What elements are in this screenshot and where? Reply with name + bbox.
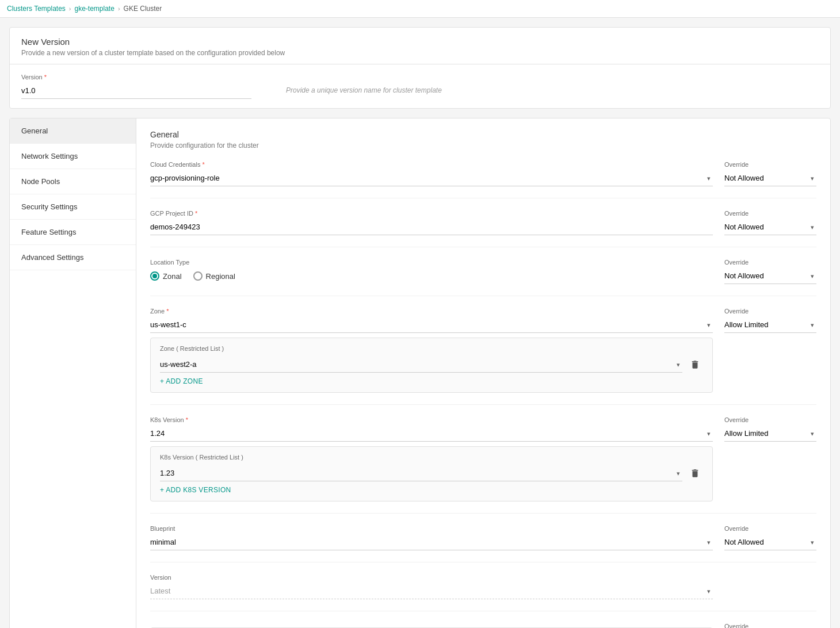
zone-add-link[interactable]: + ADD ZONE: [160, 377, 703, 385]
breadcrumb-current: GKE Cluster: [124, 5, 162, 13]
blueprint-override-wrapper[interactable]: Not Allowed Allow Limited Allow All: [724, 534, 816, 550]
bp-version-select[interactable]: Latest: [150, 583, 713, 599]
cloud-credentials-override-select[interactable]: Not Allowed Allow Limited Allow All: [724, 170, 816, 186]
main-layout: General Network Settings Node Pools Secu…: [9, 118, 831, 628]
zone-delete-button[interactable]: [687, 357, 703, 373]
zone-restricted-label: Zone ( Restricted List ): [160, 345, 703, 352]
gcp-project-id-label: GCP Project ID *: [150, 210, 713, 217]
sidebar-item-general[interactable]: General: [10, 118, 136, 144]
radio-regional-circle: [193, 271, 203, 281]
new-version-card: New Version Provide a new version of a c…: [9, 27, 831, 109]
k8s-restricted-select-wrapper[interactable]: 1.23: [160, 465, 682, 481]
page-title: New Version: [21, 37, 819, 47]
version-field-label: Version *: [21, 74, 251, 81]
k8s-version-override-wrapper[interactable]: Not Allowed Allow Limited Allow All: [724, 426, 816, 442]
sidebar-item-advanced-settings[interactable]: Advanced Settings: [10, 245, 136, 270]
location-type-override-label: Override: [724, 259, 816, 266]
breadcrumb: Clusters Templates › gke-template › GKE …: [0, 0, 840, 18]
cloud-credentials-select-wrapper[interactable]: gcp-provisioning-role: [150, 170, 713, 186]
general-content: General Provide configuration for the cl…: [136, 118, 830, 628]
blueprint-override-select[interactable]: Not Allowed Allow Limited Allow All: [724, 534, 816, 550]
radio-zonal-label: Zonal: [163, 272, 182, 281]
k8s-restricted-row: 1.23: [160, 465, 703, 481]
section-subtitle: Provide configuration for the cluster: [150, 141, 816, 150]
breadcrumb-gke-template[interactable]: gke-template: [75, 5, 114, 13]
new-version-header: New Version Provide a new version of a c…: [10, 28, 830, 64]
location-type-label: Location Type: [150, 259, 713, 266]
zone-label: Zone *: [150, 308, 713, 315]
blueprint-select[interactable]: minimal: [150, 534, 713, 550]
locations-override-label: Override: [724, 623, 816, 628]
sidebar-item-network-settings[interactable]: Network Settings: [10, 144, 136, 169]
breadcrumb-clusters-templates[interactable]: Clusters Templates: [7, 5, 66, 13]
breadcrumb-sep-2: ›: [118, 5, 120, 12]
zone-select-wrapper[interactable]: us-west1-c: [150, 317, 713, 333]
blueprint-select-wrapper[interactable]: minimal: [150, 534, 713, 550]
zone-restricted-select[interactable]: us-west2-a: [160, 357, 682, 372]
radio-regional-label: Regional: [206, 272, 235, 281]
breadcrumb-sep-1: ›: [69, 5, 71, 12]
k8s-version-override-label: Override: [724, 416, 816, 423]
zone-override-label: Override: [724, 308, 816, 315]
blueprint-override-label: Override: [724, 525, 816, 532]
zone-override-select[interactable]: Not Allowed Allow Limited Allow All: [724, 317, 816, 332]
zone-restricted-box: Zone ( Restricted List ) us-west2-a: [150, 338, 713, 393]
k8s-version-select[interactable]: 1.24: [150, 426, 713, 441]
cloud-credentials-select[interactable]: gcp-provisioning-role: [150, 170, 713, 186]
cloud-credentials-override-label: Override: [724, 161, 816, 168]
k8s-restricted-label: K8s Version ( Restricted List ): [160, 454, 703, 461]
k8s-version-select-wrapper[interactable]: 1.24: [150, 426, 713, 442]
gcp-project-id-input[interactable]: [150, 219, 713, 235]
page-subtitle: Provide a new version of a cluster templ…: [21, 49, 819, 57]
section-title: General: [150, 130, 816, 139]
location-type-row: Location Type Zonal Regional Override: [150, 259, 816, 296]
sidebar-item-security-settings[interactable]: Security Settings: [10, 194, 136, 220]
k8s-restricted-select[interactable]: 1.23: [160, 465, 682, 481]
k8s-version-label: K8s Version *: [150, 416, 713, 423]
location-type-radio-group: Zonal Regional: [150, 268, 713, 284]
zone-select[interactable]: us-west1-c: [150, 317, 713, 332]
cloud-credentials-label: Cloud Credentials *: [150, 161, 713, 168]
blueprint-label: Blueprint: [150, 525, 713, 532]
zone-row: Zone * us-west1-c Zone ( Restricted List…: [150, 308, 816, 405]
radio-regional[interactable]: Regional: [193, 271, 235, 281]
gcp-project-override-wrapper[interactable]: Not Allowed Allow Limited Allow All: [724, 219, 816, 235]
version-input[interactable]: [21, 83, 251, 99]
version-section: Version * Provide a unique version name …: [10, 64, 830, 108]
location-type-override-wrapper[interactable]: Not Allowed Allow Limited Allow All: [724, 268, 816, 284]
version-hint: Provide a unique version name for cluste…: [286, 86, 442, 94]
sidebar: General Network Settings Node Pools Secu…: [10, 118, 136, 628]
sidebar-item-feature-settings[interactable]: Feature Settings: [10, 220, 136, 245]
k8s-version-override-select[interactable]: Not Allowed Allow Limited Allow All: [724, 426, 816, 441]
zone-override-wrapper[interactable]: Not Allowed Allow Limited Allow All: [724, 317, 816, 333]
gcp-project-override-select[interactable]: Not Allowed Allow Limited Allow All: [724, 219, 816, 235]
sidebar-item-node-pools[interactable]: Node Pools: [10, 169, 136, 194]
bp-version-label: Version: [150, 574, 713, 581]
bp-version-row: Version Latest Override: [150, 574, 816, 611]
gcp-project-id-row: GCP Project ID * Override Not Allowed Al…: [150, 210, 816, 247]
cloud-credentials-override-wrapper[interactable]: Not Allowed Allow Limited Allow All: [724, 170, 816, 186]
zone-restricted-select-wrapper[interactable]: us-west2-a: [160, 357, 682, 373]
blueprint-row: Blueprint minimal Override Not Allowed A…: [150, 525, 816, 562]
k8s-add-link[interactable]: + ADD K8S VERSION: [160, 486, 703, 494]
location-type-override-select[interactable]: Not Allowed Allow Limited Allow All: [724, 268, 816, 284]
radio-zonal[interactable]: Zonal: [150, 271, 182, 281]
zone-restricted-row: us-west2-a: [160, 357, 703, 373]
k8s-delete-button[interactable]: [687, 465, 703, 481]
bp-version-select-wrapper[interactable]: Latest: [150, 583, 713, 599]
k8s-restricted-box: K8s Version ( Restricted List ) 1.23: [150, 446, 713, 501]
radio-zonal-circle: [150, 271, 159, 281]
k8s-version-row: K8s Version * 1.24 K8s Version ( Restric…: [150, 416, 816, 514]
gcp-project-override-label: Override: [724, 210, 816, 217]
locations-row: Locations + ADD LOCATION Override Not Al…: [150, 623, 816, 628]
cloud-credentials-row: Cloud Credentials * gcp-provisioning-rol…: [150, 161, 816, 198]
